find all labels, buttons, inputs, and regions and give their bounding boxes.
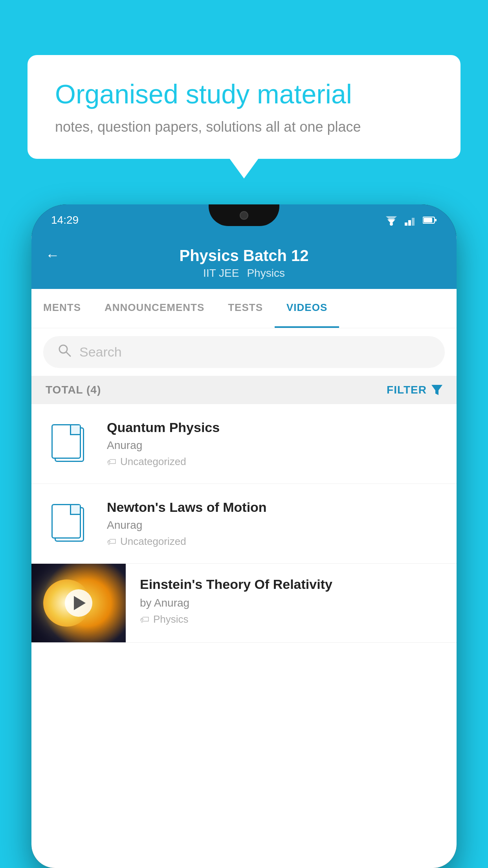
bubble-subtitle: notes, question papers, solutions all at… <box>55 119 433 135</box>
svg-line-10 <box>66 352 70 356</box>
filter-row: TOTAL (4) FILTER <box>31 376 457 404</box>
app-title: Physics Batch 12 <box>179 247 308 265</box>
status-bar: 14:29 <box>31 204 457 236</box>
file-icon <box>51 504 87 543</box>
app-header: ← Physics Batch 12 IIT JEE Physics <box>31 236 457 289</box>
video-tag: 🏷 Uncategorized <box>107 456 442 468</box>
tab-tests[interactable]: TESTS <box>216 289 275 328</box>
list-item[interactable]: Newton's Laws of Motion Anurag 🏷 Uncateg… <box>31 484 457 564</box>
subtitle-physics: Physics <box>247 267 284 280</box>
tag-icon: 🏷 <box>140 614 149 625</box>
filter-label: FILTER <box>387 384 427 396</box>
phone-notch <box>209 204 279 226</box>
svg-rect-3 <box>405 223 407 226</box>
video-info-einstein: Einstein's Theory Of Relativity by Anura… <box>126 564 457 637</box>
battery-icon <box>423 216 437 224</box>
file-icon-front <box>51 424 81 459</box>
search-input[interactable]: Search <box>79 344 122 360</box>
total-count: TOTAL (4) <box>46 384 101 396</box>
phone-screen: ← Physics Batch 12 IIT JEE Physics MENTS… <box>31 236 457 868</box>
tag-icon: 🏷 <box>107 536 116 547</box>
tag-label: Uncategorized <box>120 535 186 548</box>
tab-ments[interactable]: MENTS <box>31 289 93 328</box>
search-container: Search <box>31 328 457 376</box>
svg-rect-4 <box>408 220 411 226</box>
wifi-icon <box>384 215 398 226</box>
video-author: by Anurag <box>140 597 445 609</box>
tag-label: Uncategorized <box>120 456 186 468</box>
speech-bubble: Organised study material notes, question… <box>28 55 460 159</box>
file-icon <box>51 424 87 463</box>
video-tag: 🏷 Uncategorized <box>107 535 442 548</box>
file-icon-front <box>51 504 81 539</box>
status-time: 14:29 <box>51 214 79 226</box>
filter-button[interactable]: FILTER <box>387 384 442 396</box>
list-item[interactable]: Quantum Physics Anurag 🏷 Uncategorized <box>31 404 457 484</box>
svg-rect-7 <box>435 219 437 221</box>
tab-videos[interactable]: VIDEOS <box>275 289 339 328</box>
phone-frame: 14:29 <box>31 204 457 868</box>
speech-bubble-container: Organised study material notes, question… <box>28 55 460 159</box>
svg-marker-11 <box>431 385 442 395</box>
video-info-quantum: Quantum Physics Anurag 🏷 Uncategorized <box>107 420 442 468</box>
subtitle-iitjee: IIT JEE <box>203 267 239 280</box>
signal-icon <box>405 215 416 226</box>
tag-icon: 🏷 <box>107 456 116 467</box>
video-title: Newton's Laws of Motion <box>107 500 442 515</box>
back-button[interactable]: ← <box>46 247 60 263</box>
video-author: Anurag <box>107 519 442 531</box>
list-item[interactable]: Einstein's Theory Of Relativity by Anura… <box>31 564 457 643</box>
video-thumbnail-einstein <box>31 564 126 642</box>
video-list: Quantum Physics Anurag 🏷 Uncategorized <box>31 404 457 643</box>
play-icon <box>74 596 86 610</box>
svg-point-2 <box>390 223 393 226</box>
filter-icon <box>431 385 442 395</box>
bubble-title: Organised study material <box>55 79 433 109</box>
tabs-bar: MENTS ANNOUNCEMENTS TESTS VIDEOS <box>31 289 457 328</box>
video-tag: 🏷 Physics <box>140 613 445 625</box>
svg-marker-1 <box>386 216 397 222</box>
tag-label: Physics <box>153 613 189 625</box>
svg-rect-8 <box>424 218 432 223</box>
status-icons <box>384 215 437 226</box>
play-button[interactable] <box>65 589 92 617</box>
video-author: Anurag <box>107 439 442 452</box>
svg-rect-5 <box>412 218 415 226</box>
search-bar[interactable]: Search <box>43 336 445 368</box>
camera-lens <box>240 211 248 220</box>
video-thumbnail-newton <box>46 500 93 547</box>
video-title: Quantum Physics <box>107 420 442 435</box>
tab-announcements[interactable]: ANNOUNCEMENTS <box>93 289 216 328</box>
app-subtitle: IIT JEE Physics <box>203 267 285 280</box>
video-title: Einstein's Theory Of Relativity <box>140 576 445 593</box>
search-icon <box>57 343 72 361</box>
video-info-newton: Newton's Laws of Motion Anurag 🏷 Uncateg… <box>107 500 442 548</box>
video-thumbnail-quantum <box>46 420 93 467</box>
